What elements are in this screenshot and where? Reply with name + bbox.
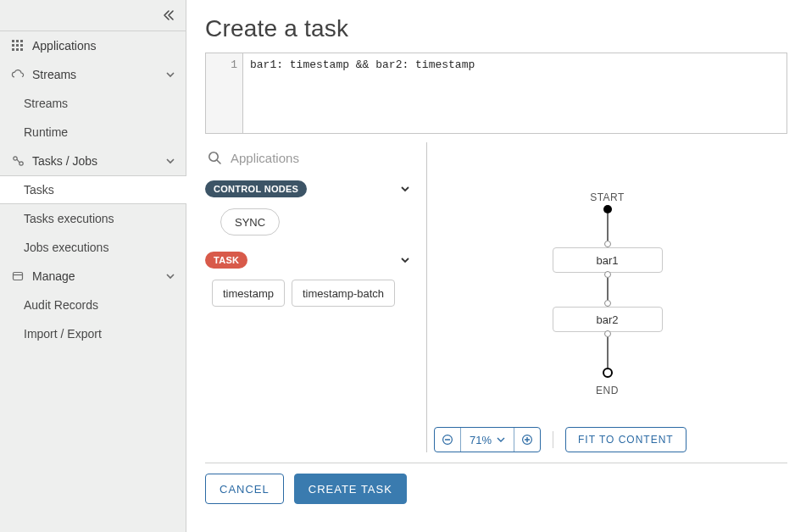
palette-search-row — [205, 142, 414, 173]
sidebar-item-applications[interactable]: Applications — [0, 31, 186, 60]
svg-rect-5 — [20, 44, 23, 47]
graph-end-label: END — [596, 385, 619, 396]
graph-node-label: bar2 — [596, 313, 618, 326]
sidebar-item-label: Tasks — [24, 183, 54, 197]
sidebar: Applications Streams Streams Runtime Tas… — [0, 0, 186, 532]
zoom-value-dropdown[interactable]: 71% — [461, 428, 514, 452]
palette-search-input[interactable] — [229, 150, 414, 166]
sidebar-item-label: Runtime — [24, 125, 68, 139]
sidebar-item-tasks-executions[interactable]: Tasks executions — [0, 204, 186, 233]
zoom-value-label: 71% — [470, 434, 492, 446]
graph-edge — [607, 213, 609, 241]
section-chip-task: TASK — [205, 252, 247, 269]
graph-edge — [607, 278, 609, 300]
divider — [205, 463, 787, 463]
sidebar-group-manage[interactable]: Manage — [0, 262, 186, 291]
sidebar-item-streams[interactable]: Streams — [0, 89, 186, 118]
page-title: Create a task — [205, 15, 787, 42]
svg-point-10 — [19, 162, 22, 165]
graph-start-node[interactable] — [603, 205, 612, 213]
svg-rect-2 — [20, 40, 23, 42]
sidebar-item-label: Applications — [32, 39, 97, 53]
section-task-header[interactable]: TASK — [205, 247, 414, 273]
manage-icon — [10, 270, 25, 282]
toolbar-separator — [553, 431, 553, 448]
svg-rect-3 — [12, 44, 14, 47]
sidebar-group-label: Streams — [32, 68, 76, 81]
sidebar-collapse-icon[interactable] — [162, 9, 175, 21]
svg-rect-11 — [14, 273, 23, 280]
sidebar-item-jobs-executions[interactable]: Jobs executions — [0, 233, 186, 262]
svg-point-9 — [13, 157, 16, 160]
svg-rect-6 — [12, 48, 14, 51]
section-chip-control-nodes: CONTROL NODES — [205, 180, 307, 197]
sidebar-item-audit-records[interactable]: Audit Records — [0, 291, 186, 319]
zoom-in-button[interactable] — [514, 428, 540, 452]
svg-rect-8 — [20, 48, 23, 51]
chevron-down-icon[interactable] — [399, 254, 411, 266]
sidebar-item-tasks[interactable]: Tasks — [0, 175, 186, 204]
sidebar-item-import-export[interactable]: Import / Export — [0, 319, 186, 348]
graph-node-bar2[interactable]: bar2 — [553, 307, 663, 332]
graph-port[interactable] — [604, 271, 611, 278]
svg-rect-4 — [16, 44, 19, 47]
zoom-out-button[interactable] — [435, 428, 460, 452]
graph-port[interactable] — [604, 241, 611, 247]
svg-rect-1 — [16, 40, 19, 42]
main-content: Create a task 1 bar1: timestamp && bar2:… — [186, 0, 806, 532]
svg-rect-7 — [16, 48, 19, 51]
sidebar-item-label: Import / Export — [24, 327, 102, 341]
graph-node-bar1[interactable]: bar1 — [553, 247, 663, 273]
canvas-toolbar: 71% FIT TO CONTENT — [427, 427, 787, 452]
section-control-nodes-body: SYNC — [205, 202, 414, 244]
sidebar-item-label: Tasks executions — [24, 212, 114, 225]
cloud-icon — [10, 69, 25, 80]
svg-rect-0 — [12, 40, 14, 42]
cancel-button[interactable]: CANCEL — [205, 474, 284, 504]
tasks-icon — [10, 155, 25, 167]
fit-to-content-button[interactable]: FIT TO CONTENT — [565, 427, 686, 452]
graph-port[interactable] — [604, 300, 611, 307]
sidebar-group-label: Tasks / Jobs — [32, 154, 97, 168]
chevron-down-icon — [165, 69, 175, 80]
graph-canvas[interactable]: START bar1 bar2 END — [427, 142, 787, 422]
chevron-down-icon — [497, 435, 505, 444]
sidebar-item-label: Jobs executions — [24, 241, 108, 254]
search-icon — [207, 150, 222, 165]
graph-node-label: bar1 — [596, 254, 618, 267]
palette-item-timestamp[interactable]: timestamp — [212, 280, 285, 307]
graph-edge — [607, 337, 609, 368]
editor-gutter: 1 — [206, 53, 243, 133]
palette-panel: CONTROL NODES SYNC TASK timestamp t — [205, 142, 427, 452]
section-control-nodes-header[interactable]: CONTROL NODES — [205, 176, 414, 202]
sidebar-collapse-row — [0, 0, 186, 31]
form-actions: CANCEL CREATE TASK — [205, 474, 787, 504]
graph-start-label: START — [590, 191, 625, 203]
sidebar-item-label: Streams — [24, 97, 68, 110]
graph-port[interactable] — [604, 330, 611, 337]
line-number: 1 — [231, 58, 237, 71]
section-task-body: timestamp timestamp-batch — [205, 273, 414, 307]
sidebar-group-label: Manage — [32, 269, 75, 283]
grid-icon — [10, 40, 25, 52]
chevron-down-icon[interactable] — [399, 183, 411, 195]
sidebar-item-runtime[interactable]: Runtime — [0, 118, 186, 147]
palette-item-timestamp-batch[interactable]: timestamp-batch — [292, 280, 395, 307]
sidebar-group-streams[interactable]: Streams — [0, 60, 186, 89]
create-task-button[interactable]: CREATE TASK — [294, 474, 407, 504]
graph-end-node[interactable] — [603, 368, 613, 378]
dsl-editor[interactable]: 1 bar1: timestamp && bar2: timestamp — [205, 53, 787, 134]
sidebar-group-tasks[interactable]: Tasks / Jobs — [0, 147, 186, 175]
zoom-control: 71% — [434, 427, 541, 452]
sidebar-item-label: Audit Records — [24, 298, 98, 312]
chevron-down-icon — [165, 156, 175, 166]
chevron-down-icon — [165, 271, 175, 281]
graph-canvas-column: START bar1 bar2 END — [427, 142, 787, 452]
palette-item-sync[interactable]: SYNC — [220, 208, 280, 236]
editor-content[interactable]: bar1: timestamp && bar2: timestamp — [243, 53, 481, 133]
